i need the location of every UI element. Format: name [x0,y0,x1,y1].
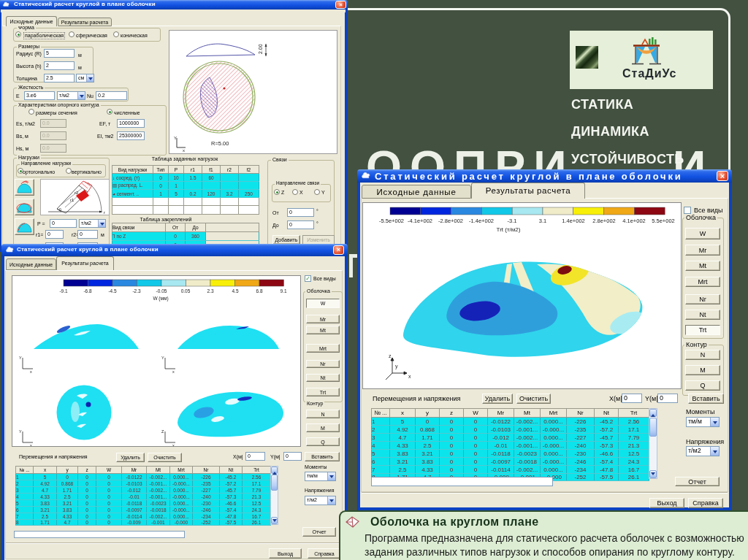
svg-text:x: x [30,443,32,446]
svg-text:0.05: 0.05 [181,288,191,294]
svg-text:x: x [30,369,32,374]
svg-text:3.1: 3.1 [539,218,546,224]
svg-text:r: r [104,210,105,215]
svg-text:x: x [172,369,175,374]
svg-text:x: x [408,374,411,379]
svg-text:2.8e+002: 2.8e+002 [592,218,616,224]
svg-text:W (мм): W (мм) [153,296,168,302]
svg-text:5.5e+002: 5.5e+002 [652,218,675,224]
svg-text:Z: Z [161,429,164,434]
svg-text:9.1: 9.1 [280,288,286,294]
svg-text:-5.5e+002: -5.5e+002 [379,218,404,224]
svg-text:6.8: 6.8 [256,288,262,294]
svg-text:x: x [183,148,185,153]
svg-text:r2: r2 [75,191,79,195]
svg-text:-0.05: -0.05 [156,288,167,294]
svg-text:Y: Y [19,356,22,360]
svg-text:-1.4e+002: -1.4e+002 [469,218,494,224]
svg-text:-9.1: -9.1 [59,288,68,294]
svg-text:2.3: 2.3 [207,288,213,294]
svg-text:4.5: 4.5 [232,288,238,294]
svg-text:x: x [172,443,175,446]
svg-text:r1: r1 [70,198,75,202]
svg-text:y: y [395,364,398,369]
svg-text:R=5.00: R=5.00 [211,140,229,147]
svg-text:2.00: 2.00 [258,44,263,54]
svg-text:0: 0 [59,207,61,212]
svg-text:Y: Y [174,136,177,140]
svg-text:-6.8: -6.8 [83,288,92,294]
svg-text:-3.1: -3.1 [508,218,517,224]
svg-text:Y: Y [19,429,22,434]
svg-text:Y: Y [161,356,164,360]
svg-text:1.4e+002: 1.4e+002 [562,218,585,224]
svg-text:-2.3: -2.3 [132,288,141,294]
svg-text:-4.5: -4.5 [108,288,117,294]
svg-text:4.1e+002: 4.1e+002 [622,218,646,224]
svg-text:z: z [389,353,392,358]
svg-text:Trt (т/м2): Trt (т/м2) [497,226,521,233]
svg-text:-4.1e+002: -4.1e+002 [408,218,432,224]
svg-text:-2.8e+002: -2.8e+002 [438,218,463,224]
